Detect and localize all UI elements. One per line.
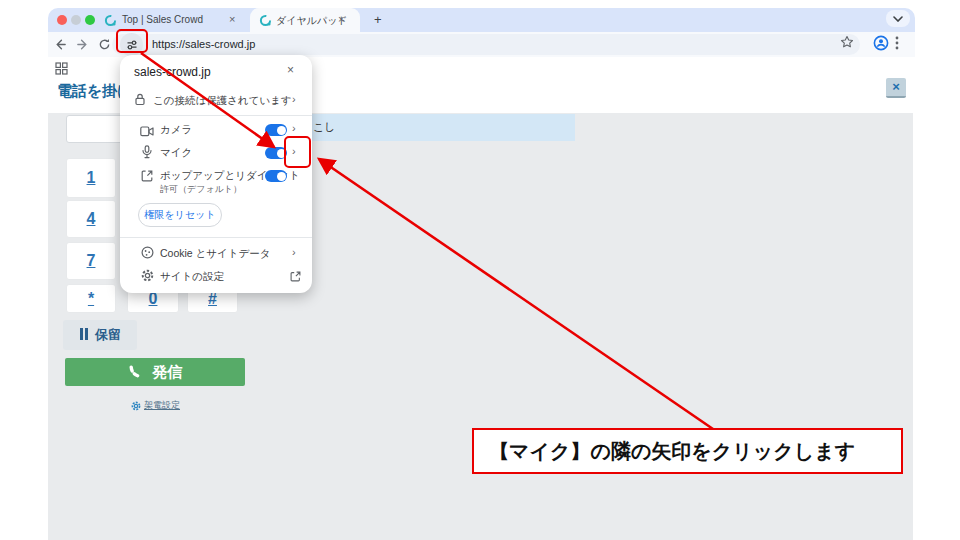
bookmark-star-icon[interactable] bbox=[840, 35, 854, 53]
gear-icon bbox=[131, 401, 141, 411]
settings-gear-icon bbox=[141, 268, 154, 286]
reset-permissions-button[interactable]: 権限をリセット bbox=[138, 203, 222, 227]
tab1-title[interactable]: Top | Sales Crowd bbox=[122, 14, 203, 25]
site-permissions-popup: sales-crowd.jp × この接続は保護されています › カメラ › マ… bbox=[120, 55, 312, 293]
tab-strip-chevron-button[interactable] bbox=[886, 10, 910, 27]
annotation-label: 【マイク】の隣の矢印をクリックします bbox=[472, 428, 903, 474]
camera-chevron-icon[interactable]: › bbox=[292, 122, 296, 134]
tab2-title[interactable]: ダイヤルパッド bbox=[276, 14, 348, 28]
popup-divider bbox=[120, 115, 312, 116]
popup-close-icon[interactable]: × bbox=[287, 63, 294, 77]
popups-redirects-icon bbox=[141, 168, 153, 186]
hold-label: 保留 bbox=[95, 326, 121, 344]
mic-label: マイク bbox=[160, 146, 192, 160]
cookies-chevron-icon[interactable]: › bbox=[292, 246, 296, 258]
forward-icon[interactable] bbox=[74, 36, 90, 52]
profile-avatar[interactable] bbox=[873, 35, 889, 55]
popup-divider bbox=[120, 237, 312, 238]
browser-menu-icon[interactable] bbox=[895, 36, 899, 54]
cookies-label[interactable]: Cookie とサイトデータ bbox=[160, 247, 271, 261]
site-settings-label[interactable]: サイトの設定 bbox=[160, 270, 224, 284]
annotation-box-mic-chevron bbox=[284, 136, 311, 168]
highlight-bar-text: こし bbox=[313, 120, 336, 135]
new-tab-button[interactable]: + bbox=[374, 12, 382, 27]
call-button[interactable]: 発信 bbox=[65, 358, 245, 386]
connection-secure-label[interactable]: この接続は保護されています bbox=[153, 94, 292, 108]
annotation-box-site-info bbox=[116, 29, 148, 53]
dialpad-key-star[interactable]: * bbox=[66, 284, 116, 313]
apps-grid-icon[interactable] bbox=[55, 61, 68, 79]
back-icon[interactable] bbox=[52, 36, 68, 52]
secure-chevron-icon[interactable]: › bbox=[292, 93, 296, 105]
lock-icon bbox=[134, 92, 146, 110]
popup-site-name: sales-crowd.jp bbox=[134, 65, 211, 79]
tab2-close-icon[interactable]: × bbox=[338, 13, 344, 25]
url-text[interactable]: https://sales-crowd.jp bbox=[152, 38, 255, 50]
window-minimize-button[interactable] bbox=[71, 15, 81, 25]
tab2-favicon-icon bbox=[259, 13, 272, 26]
camera-icon bbox=[140, 123, 154, 141]
window-close-button[interactable] bbox=[57, 15, 67, 25]
hold-button[interactable]: 保留 bbox=[63, 320, 137, 350]
camera-toggle[interactable] bbox=[265, 124, 287, 136]
phone-icon bbox=[128, 364, 144, 380]
cookie-icon bbox=[141, 245, 154, 263]
popups-toggle[interactable] bbox=[265, 170, 287, 182]
tab1-favicon-icon bbox=[104, 13, 117, 26]
call-settings-label: 架電設定 bbox=[144, 399, 180, 412]
tab1-close-icon[interactable]: × bbox=[229, 13, 235, 25]
dialpad-key-7[interactable]: 7 bbox=[66, 242, 116, 280]
microphone-icon bbox=[141, 145, 153, 163]
dialpad-key-1[interactable]: 1 bbox=[66, 158, 116, 198]
external-link-icon[interactable] bbox=[290, 268, 301, 286]
window-zoom-button[interactable] bbox=[85, 15, 95, 25]
dialer-close-button[interactable]: × bbox=[886, 78, 906, 98]
popups-state: 許可（デフォルト） bbox=[160, 183, 242, 196]
call-label: 発信 bbox=[152, 363, 182, 382]
dialpad-key-4[interactable]: 4 bbox=[66, 200, 116, 238]
call-settings-link[interactable]: 架電設定 bbox=[131, 399, 180, 412]
reload-icon[interactable] bbox=[96, 36, 112, 52]
pause-icon bbox=[79, 328, 89, 343]
camera-label: カメラ bbox=[160, 123, 192, 137]
